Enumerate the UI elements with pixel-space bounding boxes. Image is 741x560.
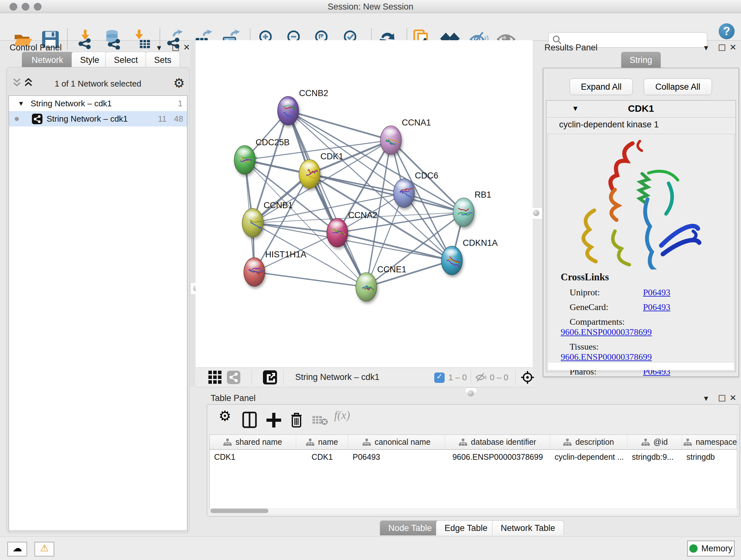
control-panel-close-icon[interactable]: ✕	[183, 43, 190, 52]
show-columns-icon[interactable]	[242, 412, 257, 428]
crosslink-link[interactable]: P06493	[643, 302, 670, 312]
column-header-label: namespace	[696, 437, 737, 447]
table-cell: CDK1	[210, 450, 296, 464]
tab-network[interactable]: Network	[22, 52, 73, 68]
network-options-gear-icon[interactable]: ⚙	[173, 76, 185, 90]
control-panel-float-icon[interactable]: □	[172, 42, 180, 52]
import-network-icon[interactable]	[76, 29, 97, 50]
column-header-name[interactable]: name	[296, 435, 348, 449]
network-type-icon	[32, 114, 43, 124]
cloud-status-icon[interactable]: ☁	[7, 542, 27, 557]
crosslink-link[interactable]: 9606.ENSP00000378699	[561, 352, 652, 362]
memory-label: Memory	[701, 544, 733, 553]
network-row[interactable]: String Network – cdk1 11 48	[9, 111, 187, 126]
results-panel-title: Results Panel	[544, 43, 598, 53]
crosslink-link[interactable]: 9606.ENSP00000378699	[561, 327, 652, 337]
network-collection-label: String Network – cdk1	[30, 96, 112, 111]
table-panel-menu-icon[interactable]: ▾	[704, 393, 708, 403]
toolbar-separator	[67, 28, 68, 50]
column-network-icon	[684, 438, 692, 446]
separator	[283, 370, 284, 385]
control-panel-menu-icon[interactable]: ▾	[157, 43, 161, 52]
column-header-label: name	[318, 437, 338, 447]
column-header-namespace[interactable]: namespace	[682, 435, 737, 449]
application-window: Session: New Session	[0, 0, 741, 560]
crosslinks-title: CrossLinks	[561, 271, 734, 283]
node-label: HIST1H1A	[265, 250, 307, 259]
function-builder-icon: f(x)	[334, 408, 350, 422]
column-header-label: description	[576, 437, 614, 447]
import-table-icon[interactable]	[131, 29, 152, 50]
memory-button[interactable]: Memory	[687, 541, 735, 557]
selected-nodes-checkbox[interactable]	[434, 373, 445, 383]
network-edge[interactable]	[254, 272, 366, 287]
expand-all-button[interactable]: Expand All	[569, 78, 633, 95]
current-network-title: String Network – cdk1	[295, 372, 380, 382]
table-row[interactable]: CDK1CDK1P064939606.ENSP00000378699cyclin…	[210, 450, 737, 464]
network-edge[interactable]	[310, 174, 464, 212]
node-label: CCNB2	[299, 88, 328, 98]
string-results-panel: Expand All Collapse All ▼ CDK1 cyclin-de…	[543, 68, 739, 377]
node-table: shared namenamecanonical namedatabase id…	[209, 435, 737, 509]
crosslink-row: GeneCard:P06493	[561, 302, 734, 312]
table-options-gear-icon[interactable]: ⚙	[219, 408, 231, 424]
column-network-icon	[306, 438, 314, 446]
network-overview-icon[interactable]	[227, 371, 240, 384]
add-column-icon[interactable]	[266, 412, 282, 428]
network-node-CCNA1[interactable]: CCNA1	[381, 118, 431, 154]
left-splitter[interactable]	[190, 40, 195, 387]
tab-style[interactable]: Style	[71, 52, 108, 68]
help-icon[interactable]: ?	[719, 23, 735, 39]
crosslink-row: Compartments:9606.ENSP00000378699	[561, 317, 734, 337]
results-panel-float-icon[interactable]: □	[718, 42, 726, 52]
tab-sets[interactable]: Sets	[145, 52, 180, 68]
column-network-icon	[459, 438, 467, 446]
node-label: CCNB1	[264, 200, 293, 210]
bottom-splitter-handle[interactable]	[465, 388, 477, 393]
results-panel-menu-icon[interactable]: ▾	[704, 43, 708, 52]
table-cell: 9606.ENSP00000378699	[445, 450, 550, 464]
gene-description: cyclin-dependent kinase 1	[546, 117, 736, 135]
results-panel-close-icon[interactable]: ✕	[730, 43, 737, 52]
column-header-shared-name[interactable]: shared name	[210, 435, 296, 449]
table-panel-float-icon[interactable]: □	[718, 393, 726, 402]
network-collection-row[interactable]: ▼ String Network – cdk1 1	[9, 96, 187, 111]
table-cell: stringdb	[682, 450, 737, 464]
column-header-description[interactable]: description	[550, 435, 627, 449]
birds-eye-view-icon[interactable]	[208, 371, 222, 384]
column-header-canonical-name[interactable]: canonical name	[348, 435, 445, 449]
network-node-CDKN1A[interactable]: CDKN1A	[441, 238, 498, 275]
warning-status-icon[interactable]: ⚠	[35, 542, 54, 557]
open-in-browser-icon[interactable]	[263, 370, 277, 384]
import-database-icon[interactable]	[103, 29, 124, 50]
tab-node-table[interactable]: Node Table	[380, 520, 441, 536]
network-edge[interactable]	[288, 111, 366, 287]
node-label: CDK1	[320, 152, 343, 161]
crosslink-link[interactable]: P06493	[643, 287, 670, 297]
table-panel-close-icon[interactable]: ✕	[730, 393, 737, 402]
tab-edge-table[interactable]: Edge Table	[436, 520, 496, 536]
tab-select[interactable]: Select	[105, 52, 146, 68]
node-label: CCNA2	[348, 210, 378, 220]
table-hscrollbar-thumb[interactable]	[210, 509, 268, 513]
network-node-RB1[interactable]: RB1	[453, 190, 491, 227]
column-header--id[interactable]: @id	[627, 435, 682, 449]
table-cell: cyclin-dependent ...	[550, 450, 627, 464]
delete-table-icon	[312, 415, 328, 426]
edge-count: 48	[174, 111, 183, 126]
column-header-database-identifier[interactable]: database identifier	[445, 435, 550, 449]
column-header-label: canonical name	[375, 437, 430, 447]
fit-selected-crosshair-icon[interactable]	[521, 370, 535, 384]
tab-string-results[interactable]: String	[621, 52, 661, 68]
protein-structure-image	[567, 135, 704, 269]
table-cell: CDK1	[296, 450, 348, 464]
node-label: RB1	[475, 190, 491, 199]
gene-section-header[interactable]: ▼ CDK1	[546, 101, 736, 118]
collapse-all-button[interactable]: Collapse All	[644, 78, 712, 95]
tree-expander-icon[interactable]: ▼	[18, 96, 24, 111]
delete-column-icon[interactable]	[289, 412, 304, 429]
tab-network-table[interactable]: Network Table	[492, 520, 564, 536]
control-panel-title: Control Panel	[10, 43, 62, 53]
network-canvas[interactable]: CCNB2CCNA1CDC25BCDK1CDC6RB1CCNB1CCNA2CDK…	[196, 40, 533, 368]
crosslink-row: Uniprot:P06493	[561, 287, 734, 298]
